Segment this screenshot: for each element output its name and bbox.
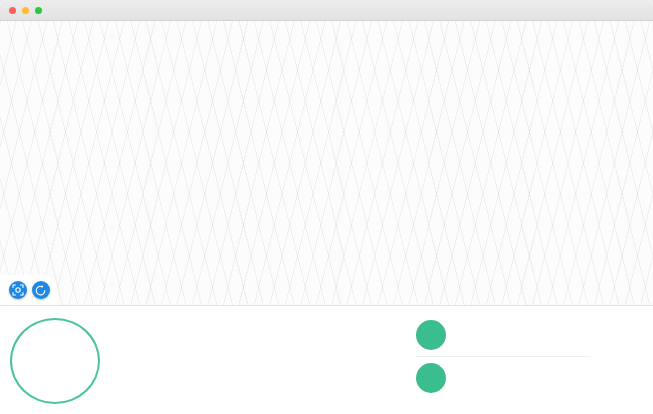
map-controls-dock	[0, 275, 58, 305]
monthly-usage-value	[456, 329, 458, 343]
usage-stats	[400, 306, 653, 414]
bottom-dashboard-panel	[0, 305, 653, 414]
annual-gas-gauge	[0, 306, 110, 414]
daily-usage-value	[456, 372, 458, 386]
reset-view-button[interactable]	[9, 281, 27, 299]
campus-3d-map[interactable]	[0, 21, 653, 305]
day-icon	[416, 363, 446, 393]
line-chart-canvas	[110, 309, 400, 413]
monthly-usage-row	[416, 315, 653, 355]
auto-rotate-icon	[34, 284, 47, 297]
fullscreen-window-button[interactable]	[35, 7, 42, 14]
gauge-ring	[10, 318, 100, 404]
titlebar	[0, 0, 653, 21]
stats-divider	[416, 356, 591, 357]
crosshair-icon	[12, 284, 24, 296]
month-icon	[416, 320, 446, 350]
monthly-gas-line-chart	[110, 306, 400, 414]
minimize-window-button[interactable]	[22, 7, 29, 14]
app-window	[0, 0, 653, 414]
close-window-button[interactable]	[9, 7, 16, 14]
auto-rotate-button[interactable]	[32, 281, 50, 299]
daily-usage-row	[416, 358, 653, 398]
campus-scene	[0, 21, 653, 305]
